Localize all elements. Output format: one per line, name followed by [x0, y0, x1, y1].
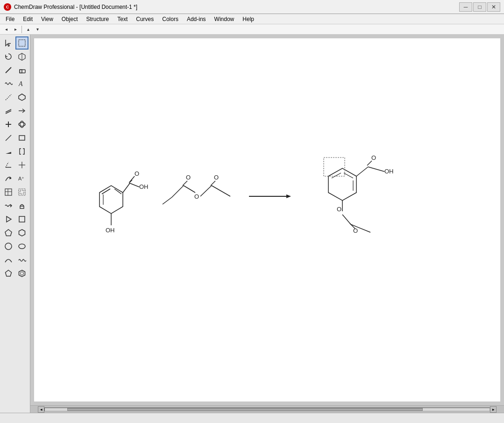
tool-row-9 [2, 145, 28, 158]
menu-object[interactable]: Object [58, 14, 82, 24]
svg-line-53 [172, 186, 184, 197]
svg-point-14 [19, 122, 25, 126]
3d-tool[interactable] [15, 50, 28, 63]
tool-row-3 [2, 64, 28, 77]
salicylic-acid: OH O OH [99, 170, 149, 234]
svg-line-56 [163, 197, 172, 204]
plus-tool[interactable] [2, 118, 15, 131]
scroll-right-button[interactable]: ▸ [490, 406, 497, 413]
stamp-tool[interactable] [15, 199, 28, 212]
svg-line-10 [6, 111, 11, 114]
svg-text:OH: OH [384, 168, 394, 175]
menu-colors[interactable]: Colors [158, 14, 182, 24]
multi-bond-tool[interactable] [2, 104, 15, 117]
menu-addins[interactable]: Add-ins [183, 14, 210, 24]
text-tool[interactable]: A [15, 77, 28, 90]
svg-marker-33 [19, 229, 25, 236]
svg-text:O: O [337, 206, 341, 213]
svg-rect-17 [19, 136, 25, 140]
tool-row-13 [2, 199, 28, 212]
cyclopentane-tool[interactable] [2, 267, 15, 280]
rotate-tool[interactable] [2, 50, 15, 63]
circle-tool[interactable] [2, 240, 15, 253]
svg-rect-0 [19, 40, 25, 46]
tool-row-6 [2, 104, 28, 117]
select-tool[interactable] [2, 36, 15, 50]
lasso-tool[interactable] [15, 36, 28, 50]
menu-text[interactable]: Text [114, 14, 131, 24]
menu-window[interactable]: Window [211, 14, 238, 24]
scroll-left-button[interactable]: ◂ [38, 406, 44, 413]
benzene-ring-tool[interactable] [15, 267, 28, 280]
svg-line-54 [183, 181, 187, 186]
drawing-canvas[interactable]: OH O OH O [34, 38, 500, 401]
toolbar-btn-left[interactable]: ◂ [2, 25, 10, 34]
eraser-tool[interactable] [15, 64, 28, 77]
tool-row-1 [2, 36, 28, 50]
arrow-tool[interactable] [15, 104, 28, 117]
orbital-tool[interactable] [15, 118, 28, 131]
crosshair-tool[interactable] [15, 158, 28, 172]
menu-view[interactable]: View [37, 14, 57, 24]
close-button[interactable]: ✕ [487, 2, 500, 12]
canvas-area: OH O OH O [30, 35, 504, 413]
menu-edit[interactable]: Edit [19, 14, 36, 24]
charge-tool[interactable]: A⁺ [15, 172, 28, 185]
secondary-toolbar: ◂ ▸ ▴ ▾ [0, 24, 504, 35]
region-tool[interactable] [15, 186, 28, 199]
box-tool[interactable] [15, 213, 28, 226]
horizontal-scrollbar[interactable]: ◂ ▸ [30, 405, 504, 413]
toolbar-btn-down[interactable]: ▾ [33, 25, 42, 34]
pentagon-tool[interactable] [2, 226, 15, 239]
ellipse-tool[interactable] [15, 240, 28, 253]
title-bar: C ChemDraw Professional - [Untitled Docu… [0, 0, 504, 14]
main-area: A [0, 35, 504, 413]
dashed-wedge-tool[interactable] [2, 158, 15, 172]
menu-help[interactable]: Help [239, 14, 258, 24]
tool-row-18 [2, 267, 28, 280]
play-tool[interactable] [2, 213, 15, 226]
svg-line-60 [211, 181, 215, 186]
grid-tool[interactable] [2, 186, 15, 199]
hexagon-tool[interactable] [15, 226, 28, 239]
maximize-button[interactable]: □ [473, 2, 486, 12]
scrollbar-thumb[interactable] [67, 408, 423, 411]
bond-tool[interactable] [2, 64, 15, 77]
tool-row-7 [2, 118, 28, 131]
svg-rect-28 [20, 190, 24, 194]
svg-line-7 [6, 94, 11, 100]
svg-text:O: O [353, 227, 358, 234]
svg-text:O: O [186, 174, 191, 181]
minimize-button[interactable]: ─ [459, 2, 472, 12]
bracket-tool[interactable] [15, 145, 28, 158]
scrollbar-track[interactable] [44, 408, 490, 411]
rectangle-tool[interactable] [15, 131, 28, 144]
menu-file[interactable]: File [2, 14, 18, 24]
curved-tool[interactable] [2, 172, 15, 185]
wedge-tool[interactable] [2, 145, 15, 158]
svg-line-57 [184, 186, 195, 193]
menu-bar: File Edit View Object Structure Text Cur… [0, 14, 504, 24]
tool-row-14 [2, 213, 28, 226]
dashed-bond-tool[interactable] [2, 91, 15, 104]
line-tool[interactable] [2, 131, 15, 144]
arc-tool[interactable] [2, 253, 15, 266]
svg-line-20 [6, 162, 8, 167]
squiggle-tool[interactable] [2, 199, 15, 212]
svg-marker-36 [5, 270, 11, 276]
wave-tool[interactable] [15, 253, 28, 266]
status-bar [0, 413, 504, 423]
svg-point-35 [19, 244, 25, 249]
reaction-arrow [249, 194, 291, 198]
aspirin: O OH O O [324, 154, 394, 234]
wavy-bond-tool[interactable] [2, 77, 15, 90]
svg-line-69 [356, 167, 368, 176]
toolbar-btn-up[interactable]: ▴ [24, 25, 32, 34]
svg-point-38 [20, 272, 23, 275]
template-tool[interactable] [15, 91, 28, 104]
toolbar-btn-right[interactable]: ▸ [11, 25, 20, 34]
menu-curves[interactable]: Curves [132, 14, 157, 24]
acetic-anhydride: O O O [163, 174, 230, 204]
menu-structure[interactable]: Structure [83, 14, 113, 24]
title-controls: ─ □ ✕ [459, 2, 500, 12]
